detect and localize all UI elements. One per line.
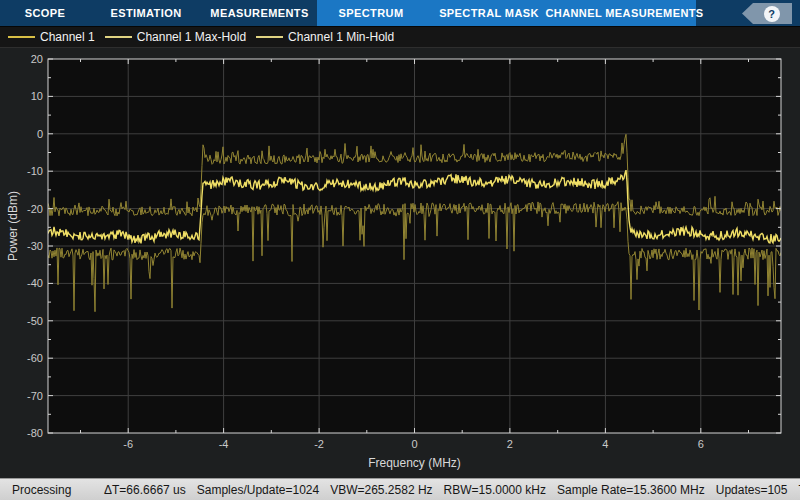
svg-text:20: 20 <box>31 53 43 65</box>
legend-item-minhold[interactable]: Channel 1 Min-Hold <box>256 30 394 44</box>
legend-label: Channel 1 Min-Hold <box>288 30 394 44</box>
help-icon: ? <box>764 6 780 22</box>
spectrum-analyzer-window: SCOPE ESTIMATION MEASUREMENTS SPECTRUM S… <box>0 0 800 500</box>
channel1-line-swatch <box>8 36 35 38</box>
legend-item-maxhold[interactable]: Channel 1 Max-Hold <box>105 30 246 44</box>
legend-label: Channel 1 <box>40 30 95 44</box>
x-axis-title: Frequency (MHz) <box>48 456 781 470</box>
minhold-line-swatch <box>256 36 283 38</box>
tab-group-spectrum: SPECTRUM SPECTRAL MASK CHANNEL MEASUREME… <box>317 0 696 26</box>
status-sample-rate: Sample Rate=15.3600 MHz <box>557 483 705 497</box>
svg-text:2: 2 <box>507 438 513 450</box>
legend: Channel 1 Channel 1 Max-Hold Channel 1 M… <box>0 27 800 48</box>
tab-channel-measurements[interactable]: CHANNEL MEASUREMENTS <box>553 0 696 26</box>
toolbar: SCOPE ESTIMATION MEASUREMENTS SPECTRUM S… <box>0 0 800 27</box>
svg-text:-20: -20 <box>27 203 43 215</box>
svg-text:10: 10 <box>31 90 43 102</box>
spectrum-plot[interactable]: -6-4-2024620100-10-20-30-40-50-60-70-80 <box>0 48 800 477</box>
svg-text:-80: -80 <box>27 427 43 439</box>
legend-item-channel1[interactable]: Channel 1 <box>8 30 95 44</box>
svg-text:6: 6 <box>698 438 704 450</box>
status-rbw: RBW=15.0000 kHz <box>444 483 546 497</box>
svg-text:-50: -50 <box>27 315 43 327</box>
tab-measurements[interactable]: MEASUREMENTS <box>202 0 317 26</box>
tab-spectrum[interactable]: SPECTRUM <box>317 0 425 26</box>
tab-estimation[interactable]: ESTIMATION <box>90 0 202 26</box>
status-state: Processing <box>12 483 88 497</box>
status-bar: Processing ΔT=66.6667 us Samples/Update=… <box>0 478 800 500</box>
tab-scope[interactable]: SCOPE <box>0 0 90 26</box>
maxhold-line-swatch <box>105 36 132 38</box>
plot-panel: -6-4-2024620100-10-20-30-40-50-60-70-80 … <box>0 48 800 478</box>
tab-spectral-mask[interactable]: SPECTRAL MASK <box>425 0 553 26</box>
svg-text:-6: -6 <box>123 438 133 450</box>
svg-text:4: 4 <box>602 438 608 450</box>
y-axis-title: Power (dBm) <box>6 237 20 261</box>
status-updates: Updates=105 <box>716 483 788 497</box>
svg-text:-2: -2 <box>314 438 324 450</box>
svg-text:0: 0 <box>411 438 417 450</box>
status-samples-per-update: Samples/Update=1024 <box>197 483 319 497</box>
svg-text:0: 0 <box>37 128 43 140</box>
legend-label: Channel 1 Max-Hold <box>137 30 246 44</box>
status-delta-t: ΔT=66.6667 us <box>104 483 186 497</box>
svg-text:-10: -10 <box>27 165 43 177</box>
svg-text:-4: -4 <box>219 438 229 450</box>
status-vbw: VBW=265.2582 Hz <box>330 483 432 497</box>
svg-text:-60: -60 <box>27 352 43 364</box>
svg-text:-40: -40 <box>27 277 43 289</box>
svg-text:-70: -70 <box>27 390 43 402</box>
svg-text:-30: -30 <box>27 240 43 252</box>
